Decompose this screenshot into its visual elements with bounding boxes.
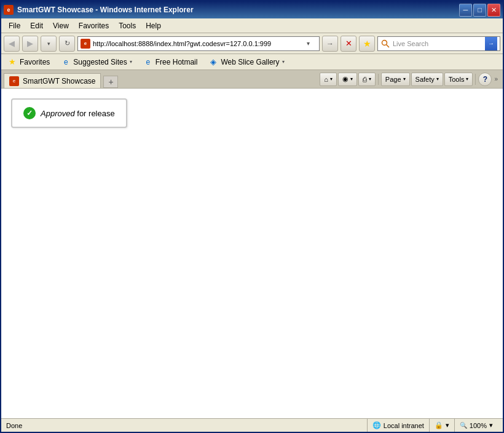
rss-button[interactable]: ◉ ▾ <box>338 73 357 86</box>
nav-separator-2 <box>475 74 476 85</box>
menu-help[interactable]: Help <box>141 20 166 31</box>
page-label: Page <box>385 76 401 83</box>
menu-bar: File Edit View Favorites Tools Help <box>1 18 503 33</box>
zoom-label: 100% <box>470 422 487 429</box>
approved-text: Approved for release <box>41 109 115 118</box>
favorites-star-button[interactable]: ★ <box>359 36 375 52</box>
status-text: Done <box>6 422 367 429</box>
tools-label: Tools <box>449 76 465 83</box>
safety-chevron-icon: ▾ <box>436 76 439 82</box>
stop-button[interactable]: ✕ <box>341 36 356 52</box>
maximize-button[interactable]: □ <box>473 4 486 17</box>
security-label: Local intranet <box>384 422 424 429</box>
approved-italic-text: Approved <box>41 109 75 118</box>
title-bar-left: e SmartGWT Showcase - Windows Internet E… <box>4 5 194 15</box>
browser-content: ✓ Approved for release <box>1 89 503 418</box>
tab-favicon-icon: e <box>9 76 19 86</box>
menu-edit[interactable]: Edit <box>25 20 48 31</box>
back-button[interactable]: ◀ <box>4 36 20 52</box>
security-icon: 🌐 <box>372 421 381 429</box>
refresh-button[interactable]: ↻ <box>59 36 75 52</box>
favorites-button[interactable]: ★ Favorites <box>5 56 52 68</box>
nav-separator-1 <box>378 74 379 85</box>
address-bar: ◀ ▶ ▾ ↻ e http://localhost:8888/index.ht… <box>1 33 503 54</box>
tab-label: SmartGWT Showcase <box>23 77 95 85</box>
web-slice-chevron-icon: ▾ <box>282 59 285 65</box>
favorites-bar: ★ Favorites e Suggested Sites ▾ e Free H… <box>1 54 503 70</box>
zoom-chevron-icon: ▾ <box>489 421 493 429</box>
title-bar: e SmartGWT Showcase - Windows Internet E… <box>1 1 503 18</box>
status-bar: Done 🌐 Local intranet 🔒 ▾ 🔍 100% ▾ <box>1 418 503 432</box>
minimize-button[interactable]: ─ <box>459 4 472 17</box>
tab-nav-row: e SmartGWT Showcase + ⌂ ▾ ◉ ▾ ⎙ ▾ Page ▾ <box>1 70 503 89</box>
web-slice-gallery-button[interactable]: ◈ Web Slice Gallery ▾ <box>206 56 286 68</box>
dropdown-button[interactable]: ▾ <box>41 36 57 52</box>
suggested-sites-button[interactable]: e Suggested Sites ▾ <box>58 56 134 68</box>
free-hotmail-label: Free Hotmail <box>156 58 198 66</box>
address-dropdown-icon[interactable]: ▾ <box>307 40 317 47</box>
free-hotmail-button[interactable]: e Free Hotmail <box>141 56 200 68</box>
home-button[interactable]: ⌂ ▾ <box>320 73 337 86</box>
search-input[interactable]: Live Search <box>393 40 482 47</box>
new-tab-button[interactable]: + <box>103 76 118 88</box>
close-button[interactable]: ✕ <box>487 4 500 17</box>
forward-button[interactable]: ▶ <box>22 36 38 52</box>
free-hotmail-icon: e <box>143 57 153 67</box>
menu-tools[interactable]: Tools <box>114 20 141 31</box>
check-icon: ✓ <box>23 107 36 119</box>
browser-tab[interactable]: e SmartGWT Showcase <box>4 73 101 88</box>
lock-dropdown-icon[interactable]: ▾ <box>446 421 449 429</box>
menu-favorites[interactable]: Favorites <box>74 20 114 31</box>
expand-icon[interactable]: » <box>493 76 499 82</box>
suggested-sites-icon: e <box>61 57 71 67</box>
print-button[interactable]: ⎙ ▾ <box>358 73 376 86</box>
lock-section: 🔒 ▾ <box>429 419 454 432</box>
nav-tools-section: ⌂ ▾ ◉ ▾ ⎙ ▾ Page ▾ Safety ▾ Tools ▾ <box>320 70 503 88</box>
address-field[interactable]: e http://localhost:8888/index.html?gwt.c… <box>77 36 320 51</box>
tools-chevron-icon: ▾ <box>466 76 468 82</box>
svg-line-1 <box>387 44 390 47</box>
search-container[interactable]: Live Search → <box>377 36 500 51</box>
title-bar-controls: ─ □ ✕ <box>459 4 500 17</box>
page-button[interactable]: Page ▾ <box>381 73 410 86</box>
live-search-icon <box>380 39 390 49</box>
rss-icon: ◉ <box>342 75 348 83</box>
address-text: http://localhost:8888/index.html?gwt.cod… <box>93 40 304 47</box>
page-favicon: e <box>81 39 90 49</box>
safety-button[interactable]: Safety ▾ <box>411 73 443 86</box>
svg-point-0 <box>382 40 387 45</box>
web-slice-icon: ◈ <box>208 57 218 67</box>
zoom-section[interactable]: 🔍 100% ▾ <box>454 419 498 432</box>
suggested-sites-chevron-icon: ▾ <box>130 59 132 65</box>
security-section: 🌐 Local intranet <box>367 419 429 432</box>
print-chevron-icon: ▾ <box>369 76 371 82</box>
rss-chevron-icon: ▾ <box>350 76 353 82</box>
home-icon: ⌂ <box>324 76 328 83</box>
zoom-icon: 🔍 <box>460 422 467 429</box>
suggested-sites-label: Suggested Sites <box>73 58 127 66</box>
go-button[interactable]: → <box>322 36 338 52</box>
lock-icon: 🔒 <box>435 421 443 429</box>
favorites-star-icon: ★ <box>7 57 17 67</box>
print-icon: ⎙ <box>363 76 367 83</box>
favorites-label: Favorites <box>20 58 50 66</box>
home-chevron-icon: ▾ <box>330 76 333 82</box>
menu-file[interactable]: File <box>4 20 25 31</box>
safety-label: Safety <box>415 76 435 83</box>
page-chevron-icon: ▾ <box>403 76 406 82</box>
menu-view[interactable]: View <box>48 20 74 31</box>
ie-logo-icon: e <box>4 5 14 15</box>
browser-window: e SmartGWT Showcase - Windows Internet E… <box>0 0 504 433</box>
search-go-button[interactable]: → <box>485 37 497 50</box>
help-button[interactable]: ? <box>478 73 492 86</box>
approved-badge: ✓ Approved for release <box>11 98 127 128</box>
window-title: SmartGWT Showcase - Windows Internet Exp… <box>17 6 194 14</box>
web-slice-gallery-label: Web Slice Gallery <box>221 58 279 66</box>
tab-section: e SmartGWT Showcase + <box>1 70 320 88</box>
tools-button[interactable]: Tools ▾ <box>444 73 473 86</box>
